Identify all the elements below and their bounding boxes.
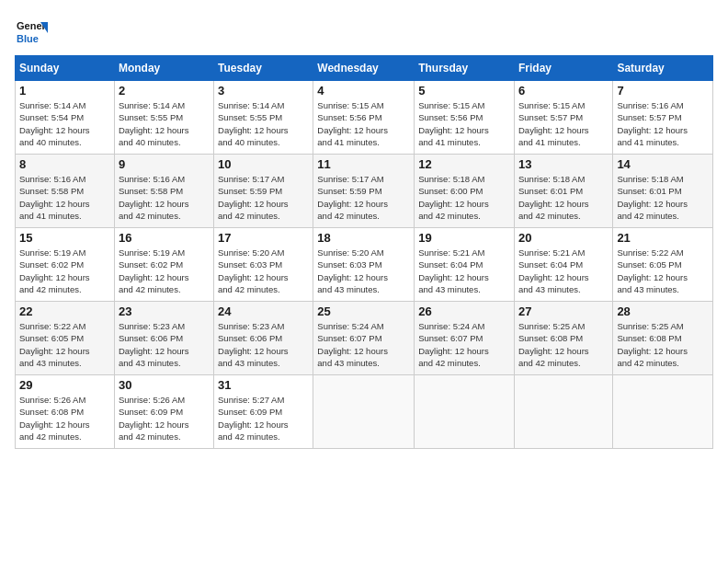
day-info: Sunrise: 5:17 AMSunset: 5:59 PMDaylight:… (317, 173, 410, 222)
day-number: 29 (19, 378, 110, 392)
logo: General Blue (15, 15, 48, 48)
table-row: 8Sunrise: 5:16 AMSunset: 5:58 PMDaylight… (16, 155, 115, 228)
col-saturday: Saturday (613, 56, 713, 81)
table-row: 2Sunrise: 5:14 AMSunset: 5:55 PMDaylight… (114, 81, 213, 155)
day-info: Sunrise: 5:23 AMSunset: 6:06 PMDaylight:… (218, 320, 309, 369)
col-monday: Monday (114, 56, 213, 81)
day-number: 26 (418, 304, 510, 318)
table-row: 14Sunrise: 5:18 AMSunset: 6:01 PMDayligh… (613, 155, 713, 228)
table-row (613, 375, 713, 449)
day-info: Sunrise: 5:15 AMSunset: 5:56 PMDaylight:… (317, 99, 410, 148)
day-number: 5 (418, 84, 510, 98)
table-row: 18Sunrise: 5:20 AMSunset: 6:03 PMDayligh… (313, 228, 415, 302)
table-row: 9Sunrise: 5:16 AMSunset: 5:58 PMDaylight… (114, 155, 213, 228)
day-info: Sunrise: 5:16 AMSunset: 5:57 PMDaylight:… (617, 99, 709, 148)
day-number: 27 (518, 304, 609, 318)
table-row: 1Sunrise: 5:14 AMSunset: 5:54 PMDaylight… (16, 81, 115, 155)
day-number: 11 (317, 157, 410, 171)
table-row: 22Sunrise: 5:22 AMSunset: 6:05 PMDayligh… (16, 302, 115, 375)
day-number: 23 (119, 304, 210, 318)
logo-icon: General Blue (15, 15, 48, 48)
table-row: 12Sunrise: 5:18 AMSunset: 6:00 PMDayligh… (415, 155, 515, 228)
calendar-week-row: 29Sunrise: 5:26 AMSunset: 6:08 PMDayligh… (16, 375, 713, 449)
day-info: Sunrise: 5:19 AMSunset: 6:02 PMDaylight:… (19, 247, 110, 295)
day-info: Sunrise: 5:16 AMSunset: 5:58 PMDaylight:… (119, 173, 210, 222)
day-number: 18 (317, 231, 410, 245)
calendar-container: General Blue Sunday Monday Tuesday Wedne… (0, 0, 728, 456)
day-info: Sunrise: 5:21 AMSunset: 6:04 PMDaylight:… (418, 247, 510, 295)
col-thursday: Thursday (415, 56, 515, 81)
day-info: Sunrise: 5:24 AMSunset: 6:07 PMDaylight:… (317, 320, 410, 369)
table-row: 4Sunrise: 5:15 AMSunset: 5:56 PMDaylight… (313, 81, 415, 155)
day-number: 25 (317, 304, 410, 318)
day-number: 4 (317, 84, 410, 98)
day-info: Sunrise: 5:26 AMSunset: 6:08 PMDaylight:… (19, 394, 110, 442)
day-number: 16 (119, 231, 210, 245)
day-info: Sunrise: 5:26 AMSunset: 6:09 PMDaylight:… (119, 394, 210, 442)
day-info: Sunrise: 5:24 AMSunset: 6:07 PMDaylight:… (418, 320, 510, 369)
table-row: 27Sunrise: 5:25 AMSunset: 6:08 PMDayligh… (514, 302, 612, 375)
table-row: 10Sunrise: 5:17 AMSunset: 5:59 PMDayligh… (214, 155, 313, 228)
day-number: 2 (119, 84, 210, 98)
day-number: 9 (119, 157, 210, 171)
table-row: 15Sunrise: 5:19 AMSunset: 6:02 PMDayligh… (16, 228, 115, 302)
calendar-week-row: 8Sunrise: 5:16 AMSunset: 5:58 PMDaylight… (16, 155, 713, 228)
day-number: 3 (218, 84, 309, 98)
day-number: 19 (418, 231, 510, 245)
day-info: Sunrise: 5:14 AMSunset: 5:55 PMDaylight:… (119, 99, 210, 148)
day-info: Sunrise: 5:22 AMSunset: 6:05 PMDaylight:… (617, 247, 709, 295)
table-row: 30Sunrise: 5:26 AMSunset: 6:09 PMDayligh… (114, 375, 213, 449)
day-info: Sunrise: 5:25 AMSunset: 6:08 PMDaylight:… (518, 320, 609, 369)
col-friday: Friday (514, 56, 612, 81)
day-info: Sunrise: 5:19 AMSunset: 6:02 PMDaylight:… (119, 247, 210, 295)
col-wednesday: Wednesday (313, 56, 415, 81)
header: General Blue (15, 15, 713, 48)
table-row: 25Sunrise: 5:24 AMSunset: 6:07 PMDayligh… (313, 302, 415, 375)
day-info: Sunrise: 5:16 AMSunset: 5:58 PMDaylight:… (19, 173, 110, 222)
day-info: Sunrise: 5:18 AMSunset: 6:01 PMDaylight:… (518, 173, 609, 222)
day-info: Sunrise: 5:15 AMSunset: 5:56 PMDaylight:… (418, 99, 510, 148)
day-number: 22 (19, 304, 110, 318)
day-number: 13 (518, 157, 609, 171)
day-number: 10 (218, 157, 309, 171)
day-info: Sunrise: 5:22 AMSunset: 6:05 PMDaylight:… (19, 320, 110, 369)
day-number: 1 (19, 84, 110, 98)
table-row: 26Sunrise: 5:24 AMSunset: 6:07 PMDayligh… (415, 302, 515, 375)
calendar-week-row: 22Sunrise: 5:22 AMSunset: 6:05 PMDayligh… (16, 302, 713, 375)
day-info: Sunrise: 5:15 AMSunset: 5:57 PMDaylight:… (518, 99, 609, 148)
table-row (514, 375, 612, 449)
table-row: 6Sunrise: 5:15 AMSunset: 5:57 PMDaylight… (514, 81, 612, 155)
day-info: Sunrise: 5:18 AMSunset: 6:01 PMDaylight:… (617, 173, 709, 222)
day-info: Sunrise: 5:21 AMSunset: 6:04 PMDaylight:… (518, 247, 609, 295)
table-row: 17Sunrise: 5:20 AMSunset: 6:03 PMDayligh… (214, 228, 313, 302)
table-row: 23Sunrise: 5:23 AMSunset: 6:06 PMDayligh… (114, 302, 213, 375)
day-info: Sunrise: 5:14 AMSunset: 5:55 PMDaylight:… (218, 99, 309, 148)
day-info: Sunrise: 5:27 AMSunset: 6:09 PMDaylight:… (218, 394, 309, 442)
day-info: Sunrise: 5:25 AMSunset: 6:08 PMDaylight:… (617, 320, 709, 369)
table-row: 16Sunrise: 5:19 AMSunset: 6:02 PMDayligh… (114, 228, 213, 302)
day-number: 14 (617, 157, 709, 171)
table-row: 5Sunrise: 5:15 AMSunset: 5:56 PMDaylight… (415, 81, 515, 155)
weekday-header-row: Sunday Monday Tuesday Wednesday Thursday… (16, 56, 713, 81)
table-row (313, 375, 415, 449)
table-row: 21Sunrise: 5:22 AMSunset: 6:05 PMDayligh… (613, 228, 713, 302)
table-row: 28Sunrise: 5:25 AMSunset: 6:08 PMDayligh… (613, 302, 713, 375)
table-row (415, 375, 515, 449)
svg-text:Blue: Blue (17, 33, 39, 44)
day-info: Sunrise: 5:20 AMSunset: 6:03 PMDaylight:… (317, 247, 410, 295)
day-number: 24 (218, 304, 309, 318)
day-number: 28 (617, 304, 709, 318)
day-number: 31 (218, 378, 309, 392)
day-number: 17 (218, 231, 309, 245)
day-number: 6 (518, 84, 609, 98)
calendar-table: Sunday Monday Tuesday Wednesday Thursday… (15, 55, 713, 449)
table-row: 29Sunrise: 5:26 AMSunset: 6:08 PMDayligh… (16, 375, 115, 449)
day-number: 20 (518, 231, 609, 245)
table-row: 19Sunrise: 5:21 AMSunset: 6:04 PMDayligh… (415, 228, 515, 302)
table-row: 13Sunrise: 5:18 AMSunset: 6:01 PMDayligh… (514, 155, 612, 228)
table-row: 24Sunrise: 5:23 AMSunset: 6:06 PMDayligh… (214, 302, 313, 375)
table-row: 31Sunrise: 5:27 AMSunset: 6:09 PMDayligh… (214, 375, 313, 449)
day-number: 7 (617, 84, 709, 98)
day-info: Sunrise: 5:18 AMSunset: 6:00 PMDaylight:… (418, 173, 510, 222)
table-row: 20Sunrise: 5:21 AMSunset: 6:04 PMDayligh… (514, 228, 612, 302)
